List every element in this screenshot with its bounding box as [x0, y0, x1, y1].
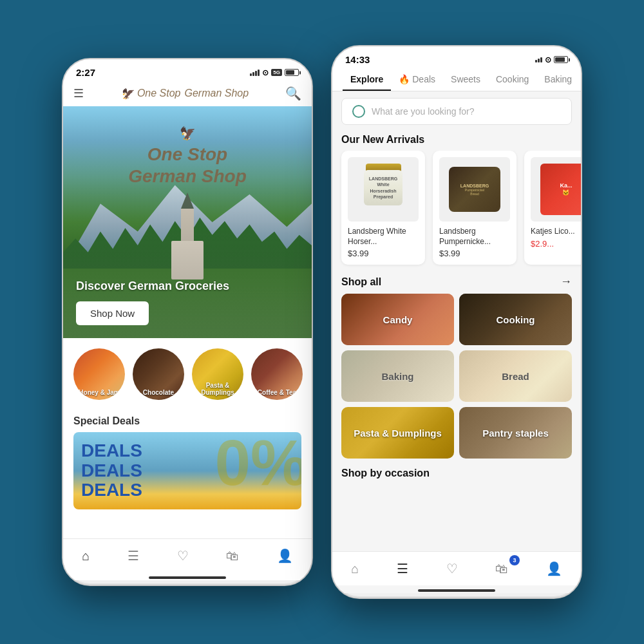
nav-favorites-left[interactable]: ♡ — [169, 545, 196, 566]
tabs-bar: Explore 🔥 Deals Sweets Cooking Baking — [332, 68, 581, 91]
category-label-choc: Chocolate — [133, 389, 184, 396]
nav-profile-right[interactable]: 👤 — [538, 558, 570, 579]
shop-all-arrow[interactable]: → — [560, 275, 572, 289]
signal-bar-r3 — [540, 57, 542, 62]
category-label-coffee: Coffee & Tea — [251, 389, 303, 396]
left-phone-content: ☰ 🦅 One Stop German Shop 🔍 — [63, 80, 312, 580]
status-time-right: 14:33 — [345, 54, 370, 65]
nav-profile-left[interactable]: 👤 — [269, 545, 301, 566]
grid-label-pasta: Pasta & Dumplings — [354, 428, 442, 439]
grid-baking[interactable]: Baking — [341, 350, 454, 402]
signal-bars-left — [250, 70, 260, 76]
header-title: 🦅 One Stop German Shop — [120, 88, 249, 100]
signal-bar-r2 — [538, 59, 540, 62]
category-circles: Honey & Jam Chocolate Pasta & Dumplings — [63, 338, 312, 410]
product-card-2[interactable]: LANDSBERG Pumpernickel Bread Landsberg P… — [433, 151, 516, 265]
hero-title-line1: One Stop — [147, 144, 227, 164]
product-card-1[interactable]: LANDSBERGWhiteHorseradishPrepared Landsb… — [341, 151, 425, 265]
category-circle-img-coffee: Coffee & Tea — [251, 348, 303, 400]
app-background: 2:27 ⊙ 5G — [0, 0, 644, 644]
tab-sweets[interactable]: Sweets — [443, 68, 488, 91]
hero-subtitle: Discover German Groceries — [76, 279, 229, 293]
status-bar-right: 14:33 ⊙ — [332, 46, 581, 68]
grid-candy[interactable]: Candy — [341, 294, 454, 345]
grid-bread[interactable]: Bread — [459, 350, 572, 402]
cart-badge: 3 — [509, 555, 520, 565]
category-coffee[interactable]: Coffee & Tea — [251, 348, 303, 400]
wifi-icon-left: ⊙ — [262, 68, 269, 77]
hero-logo-icon: 🦅 — [128, 126, 247, 141]
nav-home-right[interactable]: ⌂ — [343, 559, 366, 579]
search-bar[interactable]: What are you looking for? — [341, 98, 572, 125]
bottom-nav-left: ⌂ ☰ ♡ 🛍 👤 — [63, 538, 312, 573]
battery-right — [554, 56, 568, 63]
home-indicator-right — [418, 589, 495, 592]
nav-cart-left[interactable]: 🛍 — [218, 546, 247, 566]
phone-right: 14:33 ⊙ Explore 🔥 Deal — [331, 45, 582, 599]
signal-bar-1 — [250, 73, 252, 76]
nav-search-left[interactable]: ☰ — [120, 545, 147, 566]
header-logo: 🦅 — [120, 88, 133, 100]
product-price-1: $3.99 — [348, 249, 419, 258]
grid-label-candy: Candy — [383, 314, 413, 325]
nav-home-left[interactable]: ⌂ — [74, 546, 97, 566]
grid-cooking[interactable]: Cooking — [459, 294, 572, 345]
hero-title: One Stop German Shop — [128, 144, 247, 187]
categories-grid: Candy Cooking Baking Bread Pasta & Dumpl… — [332, 294, 581, 465]
battery-left — [285, 69, 299, 76]
deals-banner[interactable]: DEALS DEALS DEALS 0% — [73, 432, 301, 509]
header-app-name-plain: One Stop — [137, 88, 181, 99]
katjes-label: Ka...🐱 — [560, 182, 572, 196]
grid-pasta[interactable]: Pasta & Dumplings — [341, 407, 454, 459]
signal-bar-r1 — [535, 60, 537, 62]
product-img-3: Ka...🐱 — [531, 157, 581, 222]
grid-pantry[interactable]: Pantry staples — [459, 407, 572, 459]
category-label-honey: Honey & Jam — [73, 389, 125, 396]
shop-all-header: Shop all → — [332, 272, 581, 294]
nav-cart-right[interactable]: 🛍 3 — [488, 559, 516, 579]
home-indicator-left — [149, 576, 226, 579]
shop-all-title: Shop all — [341, 276, 381, 288]
tab-deals[interactable]: 🔥 Deals — [391, 68, 443, 91]
deals-line-1: DEALS — [73, 441, 142, 461]
hero-title-line2: German Shop — [128, 166, 247, 186]
phones-container: 2:27 ⊙ 5G — [62, 45, 582, 599]
category-honey-jam[interactable]: Honey & Jam — [73, 348, 125, 400]
nav-search-right[interactable]: ☰ — [389, 558, 416, 579]
nav-favorites-right[interactable]: ♡ — [439, 558, 466, 579]
product-price-3: $2.9... — [531, 239, 581, 249]
product-name-2: Landsberg Pumpernicke... — [439, 227, 510, 247]
katjes-visual: Ka...🐱 — [540, 164, 581, 215]
shop-by-occasion-title: Shop by occasion — [332, 465, 581, 484]
tab-baking[interactable]: Baking — [536, 68, 580, 91]
app-header: ☰ 🦅 One Stop German Shop 🔍 — [63, 80, 312, 106]
shop-now-button[interactable]: Shop Now — [76, 301, 149, 325]
product-name-3: Katjes Lico... — [531, 227, 581, 237]
phone-left: 2:27 ⊙ 5G — [62, 58, 313, 586]
menu-icon[interactable]: ☰ — [73, 86, 84, 100]
deals-percent: 0% — [214, 432, 301, 500]
grid-label-pantry: Pantry staples — [482, 428, 549, 439]
category-circle-img-choc: Chocolate — [133, 348, 184, 400]
tab-explore[interactable]: Explore — [343, 68, 391, 91]
special-deals-section: Special Deals DEALS DEALS DEALS 0% — [63, 410, 312, 515]
bottom-nav-right: ⌂ ☰ ♡ 🛍 3 👤 — [332, 551, 581, 585]
product-card-3[interactable]: Ka...🐱 Katjes Lico... $2.9... — [524, 151, 581, 265]
tab-cooking[interactable]: Cooking — [488, 68, 536, 91]
category-pasta[interactable]: Pasta & Dumplings — [192, 348, 243, 400]
product-name-1: Landsberg White Horser... — [348, 227, 419, 247]
product-img-2: LANDSBERG Pumpernickel Bread — [439, 157, 510, 222]
search-icon-left-header[interactable]: 🔍 — [285, 86, 301, 101]
hero-text: 🦅 One Stop German Shop — [128, 126, 247, 187]
signal-bar-3 — [255, 71, 257, 76]
signal-bars-right — [535, 57, 542, 62]
category-circle-img-honey: Honey & Jam — [73, 348, 125, 400]
deals-text-block: DEALS DEALS DEALS — [73, 441, 142, 500]
jar-label-text-1: LANDSBERGWhiteHorseradishPrepared — [366, 173, 400, 202]
grid-label-cooking: Cooking — [497, 314, 535, 325]
wifi-icon-right: ⊙ — [545, 55, 551, 64]
status-time-left: 2:27 — [76, 67, 95, 78]
right-phone-content: Explore 🔥 Deals Sweets Cooking Baking Wh… — [332, 68, 581, 593]
status-bar-left: 2:27 ⊙ 5G — [63, 59, 312, 80]
category-chocolate[interactable]: Chocolate — [133, 348, 184, 400]
